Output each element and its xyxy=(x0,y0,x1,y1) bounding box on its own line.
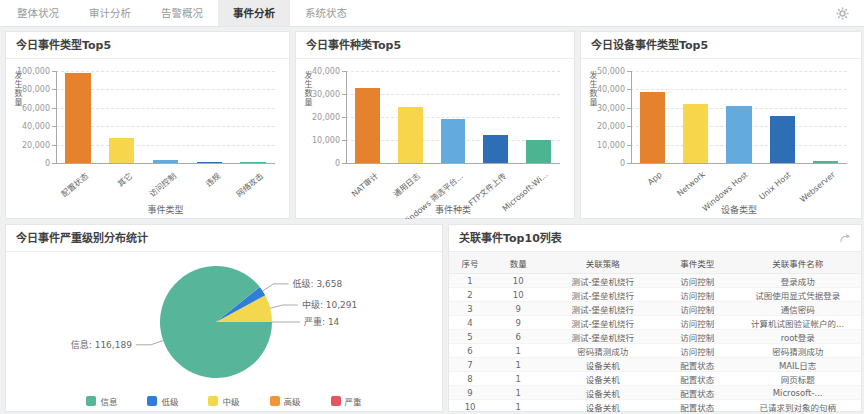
tab-bar: 整体状况审计分析告警概况事件分析系统状态 xyxy=(0,0,864,27)
table-header-4: 关联事件名称 xyxy=(734,252,861,274)
bar-chart-event-type: 100,00080,00060,00040,00020,0000配置状态其它访问… xyxy=(6,59,289,219)
legend-item-4[interactable]: 严重 xyxy=(331,395,362,407)
gridline xyxy=(631,89,847,90)
table-header-1: 数量 xyxy=(491,252,545,274)
table-cell: 1 xyxy=(491,372,545,386)
bar-0[interactable] xyxy=(65,73,90,163)
table-row-7[interactable]: 71设备关机配置状态MAIL日志 xyxy=(449,358,861,372)
table-cell: 访问控制 xyxy=(660,274,734,288)
table-cell: 测试-堡垒机绕行 xyxy=(545,302,660,316)
table-cell: 10 xyxy=(491,288,545,302)
table-cell: 访问控制 xyxy=(660,316,734,330)
table-row-1[interactable]: 110测试-堡垒机绕行访问控制登录成功 xyxy=(449,274,861,288)
pie-label-line xyxy=(136,341,163,345)
bar-0[interactable] xyxy=(355,88,380,163)
gridline xyxy=(631,71,847,72)
bar-4[interactable] xyxy=(526,140,551,163)
pie-slice-3[interactable] xyxy=(160,266,272,378)
table-row-3[interactable]: 39测试-堡垒机绕行访问控制通信密码 xyxy=(449,302,861,316)
legend-swatch xyxy=(270,396,280,406)
table-cell: 9 xyxy=(491,316,545,330)
table-cell: 6 xyxy=(449,344,491,358)
table-row-10[interactable]: 101设备关机配置状态已请求到对象的句柄 xyxy=(449,400,861,413)
tab-1[interactable]: 审计分析 xyxy=(74,0,146,26)
y-axis-title: 发生数量 xyxy=(587,71,598,163)
bar-3[interactable] xyxy=(483,135,508,163)
table-cell: 8 xyxy=(449,372,491,386)
legend-item-3[interactable]: 高级 xyxy=(270,395,301,407)
card-device-event-type-top5: 今日设备事件类型Top5 50,00040,00030,00020,00010,… xyxy=(580,31,862,219)
pie-label-line xyxy=(270,305,298,308)
card-title: 关联事件Top10列表 xyxy=(459,226,562,251)
card-event-type-top5: 今日事件类型Top5 100,00080,00060,00040,00020,0… xyxy=(5,31,290,219)
legend-item-1[interactable]: 低级 xyxy=(147,395,178,407)
table-cell: 测试-堡垒机绕行 xyxy=(545,288,660,302)
bar-4[interactable] xyxy=(240,162,265,163)
table-cell: 1 xyxy=(491,386,545,400)
correlated-events-table: 序号数量关联策略事件类型关联事件名称 110测试-堡垒机绕行访问控制登录成功21… xyxy=(449,252,861,412)
table-cell: 配置状态 xyxy=(660,372,734,386)
bar-3[interactable] xyxy=(197,162,222,163)
table-cell: 设备关机 xyxy=(545,372,660,386)
gear-icon[interactable] xyxy=(835,6,850,21)
bar-1[interactable] xyxy=(109,138,134,163)
table-cell: 通信密码 xyxy=(734,302,861,316)
x-axis-line xyxy=(631,163,847,164)
table-row-5[interactable]: 56测试-堡垒机绕行访问控制root登录 xyxy=(449,330,861,344)
tab-3[interactable]: 事件分析 xyxy=(218,0,290,26)
bar-2[interactable] xyxy=(153,160,178,163)
x-axis-line xyxy=(56,163,275,164)
legend-swatch xyxy=(147,396,157,406)
bar-3[interactable] xyxy=(770,116,795,163)
y-axis-title: 发生数量 xyxy=(12,71,23,163)
table-row-2[interactable]: 210测试-堡垒机绕行访问控制试图使用显式凭据登录 xyxy=(449,288,861,302)
bar-2[interactable] xyxy=(726,106,751,163)
legend-item-0[interactable]: 信息 xyxy=(86,395,117,407)
card-correlated-events-top10: 关联事件Top10列表 序号数量关联策略事件类型关联事件名称 110测试-堡垒机… xyxy=(448,224,862,412)
table-header-3: 事件类型 xyxy=(660,252,734,274)
x-axis-title: 事件种类 xyxy=(346,203,560,216)
bar-chart-device-type: 50,00040,00030,00020,00010,0000AppNetwor… xyxy=(581,59,861,219)
table-cell: 设备关机 xyxy=(545,386,660,400)
x-axis-title: 设备类型 xyxy=(631,203,847,216)
card-title: 今日设备事件类型Top5 xyxy=(591,33,708,58)
x-axis-label: 违规 xyxy=(202,170,221,189)
x-axis-label: 其它 xyxy=(115,170,134,189)
table-row-6[interactable]: 61密码猜测成功访问控制密码猜测成功 xyxy=(449,344,861,358)
x-axis-label: NAT审计 xyxy=(348,170,379,199)
table-row-8[interactable]: 81设备关机配置状态网页标题 xyxy=(449,372,861,386)
bar-4[interactable] xyxy=(813,161,838,163)
tab-2[interactable]: 告警概况 xyxy=(146,0,218,26)
x-axis-label: 访问控制 xyxy=(146,170,178,199)
legend-item-2[interactable]: 中级 xyxy=(208,395,239,407)
x-axis-label: App xyxy=(646,170,664,187)
link-arrow-icon[interactable] xyxy=(839,232,851,244)
table-cell: 1 xyxy=(491,344,545,358)
x-axis-label: Webserver xyxy=(798,170,837,204)
table-cell: 4 xyxy=(449,316,491,330)
card-title: 今日事件类型Top5 xyxy=(16,33,111,58)
table-cell: 访问控制 xyxy=(660,330,734,344)
table-row-9[interactable]: 91设备关机配置状态Microsoft-... xyxy=(449,386,861,400)
bar-1[interactable] xyxy=(683,104,708,163)
legend-swatch xyxy=(208,396,218,406)
bar-0[interactable] xyxy=(640,92,665,163)
table-cell: 已请求到对象的句柄 xyxy=(734,400,861,413)
table-header-0: 序号 xyxy=(449,252,491,274)
x-axis-label: Unix Host xyxy=(758,170,793,202)
bar-2[interactable] xyxy=(441,119,466,163)
pie-svg: 严重: 14中级: 10,291低级: 3,658信息: 116,189 xyxy=(6,252,442,387)
table-cell: root登录 xyxy=(734,330,861,344)
tab-0[interactable]: 整体状况 xyxy=(2,0,74,26)
table-cell: 1 xyxy=(491,400,545,413)
tab-4[interactable]: 系统状态 xyxy=(290,0,362,26)
y-axis-line xyxy=(56,71,57,163)
card-severity-distribution: 今日事件严重级别分布统计 严重: 14中级: 10,291低级: 3,658信息… xyxy=(5,224,443,412)
table-cell: 配置状态 xyxy=(660,358,734,372)
bar-1[interactable] xyxy=(398,107,423,163)
table-cell: 配置状态 xyxy=(660,400,734,413)
table-cell: 7 xyxy=(449,358,491,372)
table-row-4[interactable]: 49测试-堡垒机绕行访问控制计算机试图验证帐户的... xyxy=(449,316,861,330)
table-cell: 登录成功 xyxy=(734,274,861,288)
table-cell: 访问控制 xyxy=(660,288,734,302)
